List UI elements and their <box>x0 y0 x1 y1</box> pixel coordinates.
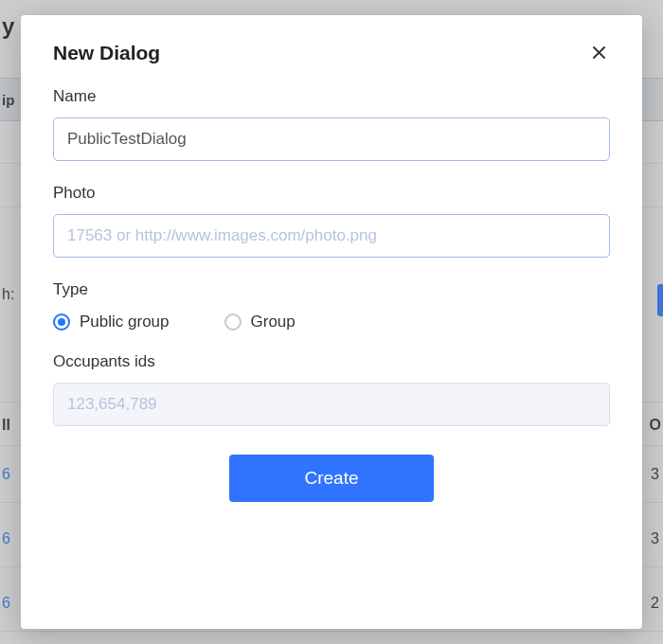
bg-search-label: h: <box>2 286 14 303</box>
photo-input[interactable] <box>53 214 610 258</box>
radio-checked-icon <box>53 313 70 331</box>
bg-row-right: 2 <box>651 595 659 612</box>
modal-footer: Create <box>53 455 610 502</box>
radio-label: Group <box>251 313 296 331</box>
bg-col-id-header: II <box>2 417 10 434</box>
type-radio-group: Public group Group <box>53 313 610 331</box>
occupants-field: Occupants ids <box>53 352 610 426</box>
name-label: Name <box>53 87 610 106</box>
modal-header: New Dialog <box>53 42 610 64</box>
name-input[interactable] <box>53 117 610 161</box>
radio-group[interactable]: Group <box>224 313 296 331</box>
radio-unchecked-icon <box>224 313 242 331</box>
bg-accent-indicator <box>657 284 663 316</box>
occupants-input <box>53 383 610 426</box>
radio-public-group[interactable]: Public group <box>53 313 170 331</box>
name-field: Name <box>53 87 610 161</box>
bg-col-right-header: O <box>650 417 661 434</box>
bg-row-id: 6 <box>2 466 10 483</box>
bg-divider <box>0 631 663 632</box>
type-field: Type Public group Group <box>53 280 610 331</box>
type-label: Type <box>53 280 610 299</box>
photo-field: Photo <box>53 184 610 258</box>
bg-row-right: 3 <box>651 530 659 547</box>
bg-table-header-cell: ip <box>0 79 14 120</box>
bg-row-id: 6 <box>2 595 10 612</box>
close-icon <box>590 50 608 64</box>
bg-row-id: 6 <box>2 530 10 547</box>
radio-label: Public group <box>80 313 170 331</box>
new-dialog-modal: New Dialog Name Photo Type Public group <box>21 15 642 629</box>
close-button[interactable] <box>588 42 610 63</box>
modal-title: New Dialog <box>53 42 160 64</box>
bg-row-right: 3 <box>651 466 659 483</box>
create-button[interactable]: Create <box>229 455 434 502</box>
occupants-label: Occupants ids <box>53 352 610 371</box>
photo-label: Photo <box>53 184 610 203</box>
